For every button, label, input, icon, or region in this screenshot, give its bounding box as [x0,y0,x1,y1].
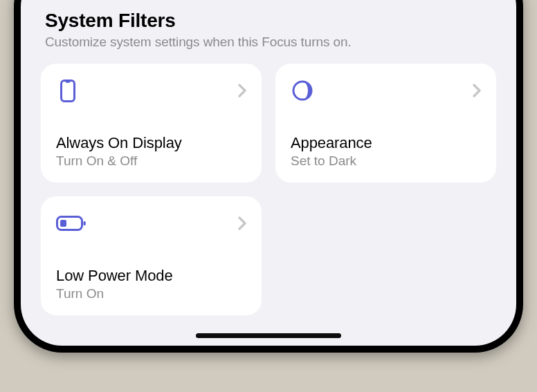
svg-rect-0 [62,80,75,101]
chevron-right-icon [238,84,246,97]
card-title: Appearance [291,134,481,152]
chevron-right-icon [473,84,481,97]
card-top [291,79,481,102]
card-title: Low Power Mode [56,267,246,285]
section-subtitle: Customize system settings when this Focu… [45,35,492,50]
phone-icon [56,79,80,102]
halfmoon-icon [291,79,314,102]
filter-card-appearance[interactable]: Appearance Set to Dark [275,64,496,183]
svg-rect-1 [66,80,71,82]
card-title: Always On Display [56,134,246,152]
card-subtitle: Set to Dark [291,153,481,169]
battery-icon [56,212,87,235]
card-bottom: Always On Display Turn On & Off [56,134,246,169]
filter-card-low-power-mode[interactable]: Low Power Mode Turn On [41,196,262,315]
filter-card-always-on-display[interactable]: Always On Display Turn On & Off [41,64,262,183]
card-subtitle: Turn On & Off [56,153,246,169]
home-indicator[interactable] [196,333,341,338]
section-header: System Filters Customize system settings… [38,0,499,61]
card-bottom: Appearance Set to Dark [291,134,481,169]
filter-cards: Always On Display Turn On & Off [38,61,499,315]
section-title: System Filters [45,10,492,32]
card-top [56,79,246,102]
svg-rect-4 [60,220,66,227]
chevron-right-icon [238,216,246,230]
card-top [56,212,246,235]
phone-frame: System Filters Customize system settings… [14,0,523,353]
card-subtitle: Turn On [56,286,246,301]
phone-screen: System Filters Customize system settings… [21,0,516,346]
svg-rect-5 [84,221,86,225]
card-bottom: Low Power Mode Turn On [56,267,246,301]
